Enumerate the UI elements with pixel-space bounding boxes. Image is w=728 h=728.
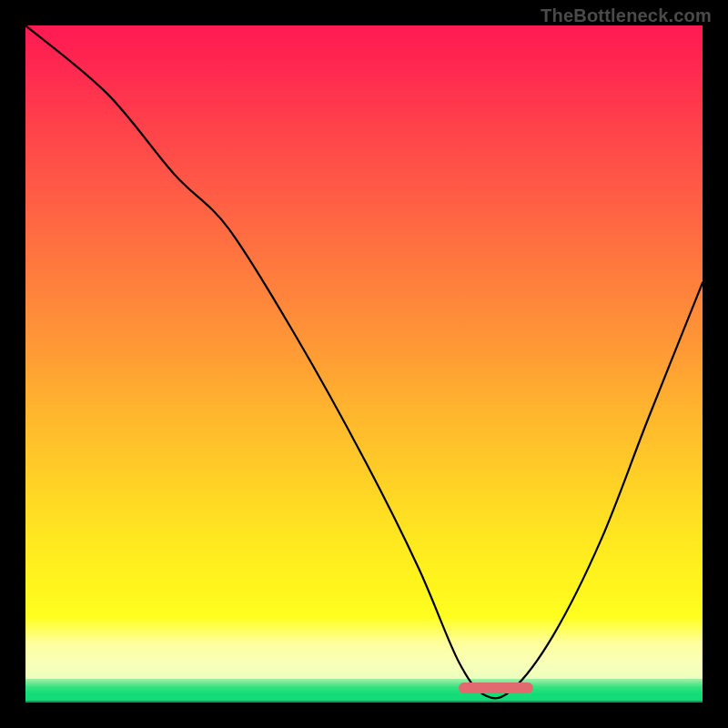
baseline xyxy=(25,701,703,703)
pale-yellow-band xyxy=(25,617,703,682)
green-band xyxy=(25,679,703,703)
plot-area xyxy=(25,25,703,703)
watermark-text: TheBottleneck.com xyxy=(541,5,712,26)
chart-frame: TheBottleneck.com xyxy=(0,0,728,728)
bottleneck-curve xyxy=(25,25,703,703)
optimal-range-marker xyxy=(459,682,533,693)
